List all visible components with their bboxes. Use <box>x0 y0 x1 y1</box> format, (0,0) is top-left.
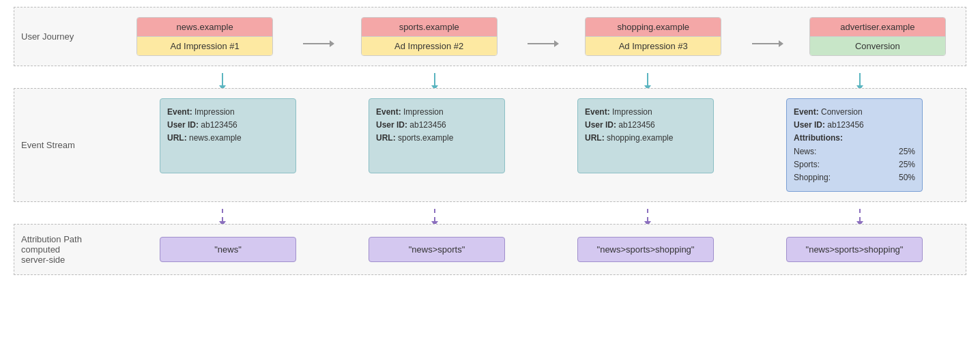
attr-box-1: "news" <box>160 237 296 262</box>
event-box-4-sports-label: Sports: <box>794 158 820 171</box>
h-arrow-line-2 <box>528 43 555 44</box>
journey-box-2: sports.example Ad Impression #2 <box>361 17 498 56</box>
h-arrow-line-3 <box>752 43 779 44</box>
event-box-4-shopping-label: Shopping: <box>794 171 831 184</box>
attribution-label: Attribution Path computed server-side <box>21 234 124 265</box>
user-journey-section: User Journey news.example Ad Impression … <box>14 7 966 66</box>
event-box-4-sports: Sports: 25% <box>794 158 915 171</box>
attr-box-3: "news>sports>shopping" <box>577 237 714 262</box>
event-box-4-shopping: Shopping: 50% <box>794 171 915 184</box>
journey-site-4: advertiser.example <box>810 18 945 37</box>
purple-arrow-dashed-4 <box>859 209 861 221</box>
journey-col-4: advertiser.example Conversion <box>809 17 946 56</box>
user-journey-label: User Journey <box>21 31 124 42</box>
h-arrow-1 <box>299 43 334 44</box>
event-box-3-url: URL: shopping.example <box>585 132 706 145</box>
purple-arrows-row <box>116 206 966 226</box>
user-journey-columns: news.example Ad Impression #1 sports.exa… <box>124 17 959 56</box>
event-box-4-news-label: News: <box>794 145 816 158</box>
event-box-3: Event: Impression User ID: ab123456 URL:… <box>577 98 714 173</box>
event-stream-label: Event Stream <box>21 140 124 150</box>
journey-event-2: Ad Impression #2 <box>362 37 497 55</box>
attr-box-2: "news>sports" <box>369 237 505 262</box>
event-stream-section: Event Stream Event: Impression User ID: … <box>14 88 966 202</box>
purple-arrow-dashed-3 <box>647 209 648 221</box>
journey-site-3: shopping.example <box>586 18 721 37</box>
teal-arrow-line-2 <box>434 73 435 85</box>
purple-arrow-dashed-1 <box>222 209 223 221</box>
teal-arrow-line-1 <box>222 73 223 85</box>
journey-event-1: Ad Impression #1 <box>137 37 272 55</box>
event-box-4-news-val: 25% <box>899 145 915 158</box>
journey-col-1: news.example Ad Impression #1 <box>136 17 273 56</box>
event-box-2: Event: Impression User ID: ab123456 URL:… <box>369 98 505 173</box>
journey-box-4: advertiser.example Conversion <box>809 17 946 56</box>
event-box-3-event: Event: Impression <box>585 106 706 119</box>
teal-arrow-line-3 <box>647 73 648 85</box>
event-box-1: Event: Impression User ID: ab123456 URL:… <box>160 98 296 173</box>
journey-box-1: news.example Ad Impression #1 <box>136 17 273 56</box>
event-box-4-attributions-label: Attributions: <box>794 132 915 145</box>
event-box-4-sports-val: 25% <box>899 158 915 171</box>
purple-arrow-dashed-2 <box>434 209 435 221</box>
event-box-1-event: Event: Impression <box>167 106 289 119</box>
diagram: User Journey news.example Ad Impression … <box>0 0 980 282</box>
journey-col-2: sports.example Ad Impression #2 <box>361 17 498 56</box>
attribution-section: Attribution Path computed server-side "n… <box>14 224 966 275</box>
event-box-2-event: Event: Impression <box>376 106 498 119</box>
attr-box-4: "news>sports>shopping" <box>786 237 923 262</box>
h-arrow-2 <box>523 43 559 44</box>
teal-arrows-row <box>116 70 966 90</box>
h-arrow-3 <box>748 43 783 44</box>
event-box-4-shopping-val: 50% <box>899 171 915 184</box>
event-box-2-userid: User ID: ab123456 <box>376 119 498 132</box>
journey-site-1: news.example <box>137 18 272 37</box>
event-box-4-event: Event: Conversion <box>794 106 915 119</box>
attribution-columns: "news" "news>sports" "news>sports>shoppi… <box>124 237 959 262</box>
journey-event-4: Conversion <box>810 37 945 55</box>
event-box-4-news: News: 25% <box>794 145 915 158</box>
event-box-4-userid: User ID: ab123456 <box>794 119 915 132</box>
journey-event-3: Ad Impression #3 <box>586 37 721 55</box>
event-box-2-url: URL: sports.example <box>376 132 498 145</box>
event-box-3-userid: User ID: ab123456 <box>585 119 706 132</box>
h-arrow-line-1 <box>303 43 330 44</box>
journey-box-3: shopping.example Ad Impression #3 <box>585 17 721 56</box>
event-stream-columns: Event: Impression User ID: ab123456 URL:… <box>124 98 959 192</box>
event-box-1-url: URL: news.example <box>167 132 289 145</box>
journey-col-3: shopping.example Ad Impression #3 <box>585 17 721 56</box>
event-box-1-userid: User ID: ab123456 <box>167 119 289 132</box>
journey-site-2: sports.example <box>362 18 497 37</box>
event-box-4: Event: Conversion User ID: ab123456 Attr… <box>786 98 923 192</box>
teal-arrow-line-4 <box>859 73 861 85</box>
